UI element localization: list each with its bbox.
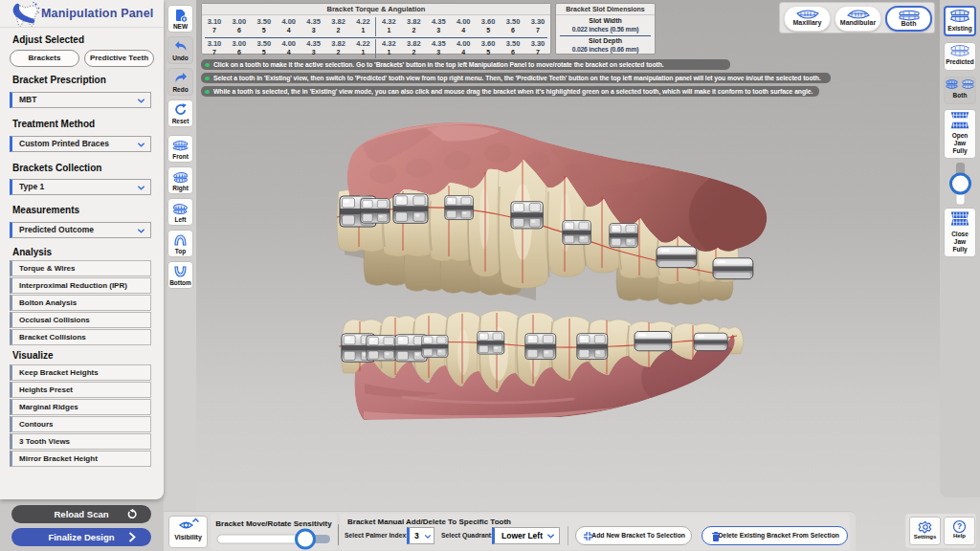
svg-text:?: ? [957,521,962,531]
